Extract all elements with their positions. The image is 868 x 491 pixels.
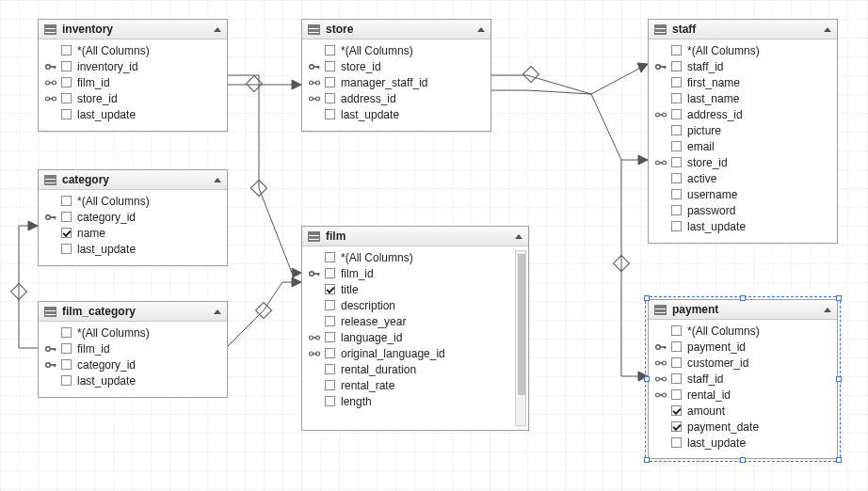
column-row[interactable]: active <box>651 170 835 186</box>
collapse-icon[interactable] <box>515 234 522 239</box>
table-payment[interactable]: payment *(All Columns)payment_idcustomer… <box>648 299 838 459</box>
column-checkbox[interactable] <box>325 364 335 374</box>
column-row[interactable]: inventory_id <box>40 58 225 74</box>
table-category[interactable]: category *(All Columns)category_idnamela… <box>38 169 228 266</box>
column-checkbox[interactable] <box>325 332 335 342</box>
column-checkbox[interactable] <box>61 109 72 119</box>
column-checkbox[interactable] <box>671 341 682 352</box>
column-checkbox[interactable] <box>671 405 682 416</box>
column-row[interactable]: last_update <box>40 372 225 388</box>
column-row[interactable]: picture <box>651 122 835 138</box>
table-staff-titlebar[interactable]: staff <box>649 20 837 40</box>
column-row[interactable]: film_id <box>40 74 225 90</box>
column-row[interactable]: name <box>40 225 225 241</box>
column-checkbox[interactable] <box>325 396 335 406</box>
resize-handle[interactable] <box>740 295 746 301</box>
table-payment-titlebar[interactable]: payment <box>649 300 837 320</box>
column-checkbox[interactable] <box>671 173 682 183</box>
column-checkbox[interactable] <box>61 228 72 238</box>
scrollbar-thumb[interactable] <box>518 254 525 395</box>
column-checkbox[interactable] <box>671 93 682 103</box>
column-checkbox[interactable] <box>671 125 682 135</box>
table-store[interactable]: store *(All Columns)store_idmanager_staf… <box>301 19 491 132</box>
table-store-titlebar[interactable]: store <box>302 20 490 40</box>
column-row[interactable]: last_update <box>651 218 835 234</box>
column-row[interactable]: title <box>304 281 526 297</box>
column-checkbox[interactable] <box>671 109 682 119</box>
column-checkbox[interactable] <box>61 196 72 206</box>
column-row[interactable]: film_id <box>304 265 526 281</box>
column-row[interactable]: category_id <box>40 209 225 225</box>
column-checkbox[interactable] <box>325 348 335 358</box>
table-inventory[interactable]: inventory *(All Columns)inventory_idfilm… <box>38 19 228 132</box>
column-row[interactable]: manager_staff_id <box>304 74 489 90</box>
column-checkbox[interactable] <box>671 325 682 336</box>
column-checkbox[interactable] <box>61 343 72 354</box>
column-checkbox[interactable] <box>325 109 335 119</box>
column-row[interactable]: *(All Columns) <box>40 325 225 341</box>
column-checkbox[interactable] <box>61 327 72 338</box>
column-row[interactable]: *(All Columns) <box>651 323 835 339</box>
column-row[interactable]: rental_rate <box>304 377 526 393</box>
column-row[interactable]: *(All Columns) <box>40 193 225 209</box>
column-checkbox[interactable] <box>671 61 682 71</box>
column-row[interactable]: last_update <box>304 106 489 122</box>
column-checkbox[interactable] <box>671 189 682 199</box>
column-row[interactable]: first_name <box>651 74 835 90</box>
column-checkbox[interactable] <box>671 437 682 448</box>
column-checkbox[interactable] <box>325 61 335 71</box>
column-checkbox[interactable] <box>61 77 72 87</box>
column-checkbox[interactable] <box>671 373 682 384</box>
column-row[interactable]: store_id <box>304 58 489 74</box>
column-row[interactable]: last_update <box>651 435 835 451</box>
column-checkbox[interactable] <box>671 389 682 400</box>
column-checkbox[interactable] <box>61 61 72 71</box>
column-checkbox[interactable] <box>325 300 335 310</box>
column-checkbox[interactable] <box>671 77 682 87</box>
column-row[interactable]: category_id <box>40 356 225 372</box>
column-checkbox[interactable] <box>325 284 335 294</box>
table-category-titlebar[interactable]: category <box>39 170 227 190</box>
column-row[interactable]: amount <box>651 403 835 419</box>
column-checkbox[interactable] <box>671 45 682 55</box>
table-inventory-titlebar[interactable]: inventory <box>39 20 227 40</box>
column-row[interactable]: length <box>304 393 526 409</box>
collapse-icon[interactable] <box>477 27 485 32</box>
table-film-category-titlebar[interactable]: film_category <box>39 302 227 322</box>
column-checkbox[interactable] <box>61 45 72 55</box>
column-row[interactable]: *(All Columns) <box>40 42 225 58</box>
column-row[interactable]: rental_duration <box>304 361 526 377</box>
column-checkbox[interactable] <box>671 157 682 167</box>
collapse-icon[interactable] <box>214 309 221 314</box>
table-film-category[interactable]: film_category *(All Columns)film_idcateg… <box>38 301 228 398</box>
collapse-icon[interactable] <box>214 27 221 32</box>
column-checkbox[interactable] <box>61 359 72 370</box>
column-row[interactable]: staff_id <box>651 58 835 74</box>
column-checkbox[interactable] <box>61 375 72 386</box>
column-row[interactable]: language_id <box>304 329 526 345</box>
column-row[interactable]: username <box>651 186 835 202</box>
column-checkbox[interactable] <box>61 93 72 103</box>
column-row[interactable]: film_id <box>40 341 225 356</box>
column-row[interactable]: password <box>651 202 835 218</box>
column-row[interactable]: address_id <box>304 90 489 106</box>
column-checkbox[interactable] <box>671 421 682 432</box>
column-row[interactable]: payment_id <box>651 339 835 355</box>
column-row[interactable]: *(All Columns) <box>651 42 835 58</box>
column-row[interactable]: customer_id <box>651 355 835 371</box>
column-row[interactable]: release_year <box>304 313 526 329</box>
column-checkbox[interactable] <box>325 316 335 326</box>
column-checkbox[interactable] <box>671 221 682 231</box>
column-row[interactable]: staff_id <box>651 371 835 387</box>
column-checkbox[interactable] <box>325 380 335 390</box>
column-row[interactable]: address_id <box>651 106 835 122</box>
column-row[interactable]: description <box>304 297 526 313</box>
column-row[interactable]: *(All Columns) <box>304 42 489 58</box>
column-row[interactable]: rental_id <box>651 387 835 403</box>
table-film[interactable]: film *(All Columns)film_idtitledescripti… <box>301 226 529 431</box>
column-checkbox[interactable] <box>61 212 72 222</box>
table-staff[interactable]: staff *(All Columns)staff_idfirst_namela… <box>648 19 838 244</box>
column-checkbox[interactable] <box>325 268 335 278</box>
column-row[interactable]: last_name <box>651 90 835 106</box>
column-row[interactable]: last_update <box>40 241 225 257</box>
